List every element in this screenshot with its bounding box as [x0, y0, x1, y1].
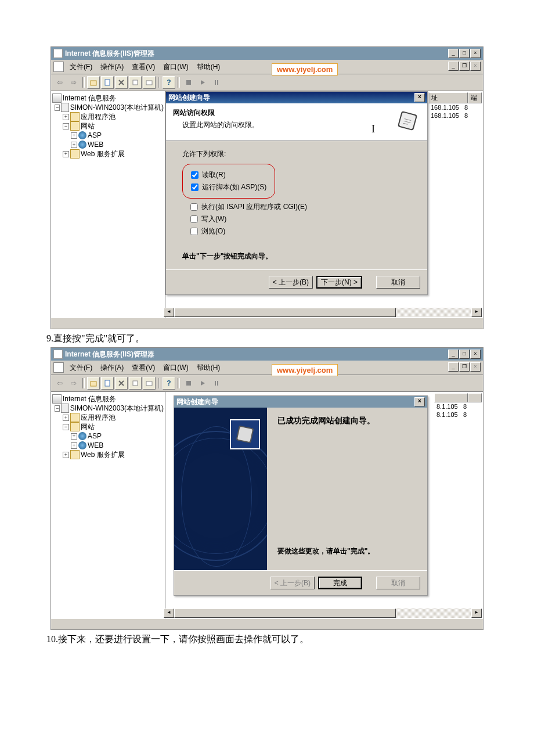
horizontal-scrollbar[interactable]: ◄► — [164, 308, 482, 317]
tree-ext[interactable]: +Web 服务扩展 — [52, 450, 164, 459]
tree-root[interactable]: Internet 信息服务 — [52, 394, 164, 404]
screenshot-2: Internet 信息服务(IIS)管理器 _ □ × 文件(F) 操作(A) … — [50, 347, 484, 630]
export-button[interactable] — [143, 76, 156, 89]
wizard-close-button[interactable]: × — [414, 397, 425, 406]
mdi-restore-button[interactable]: ❐ — [459, 62, 470, 71]
up-button[interactable] — [87, 76, 100, 89]
svg-rect-17 — [237, 427, 252, 442]
pause-button[interactable] — [210, 377, 223, 390]
checkbox-write[interactable]: 写入(W) — [190, 214, 411, 224]
checkbox-browse[interactable]: 浏览(O) — [190, 226, 411, 236]
svg-rect-13 — [186, 381, 191, 386]
close-button[interactable]: × — [470, 350, 481, 359]
col-port[interactable] — [468, 393, 482, 402]
svg-rect-2 — [133, 80, 138, 85]
tree-server[interactable]: −SIMON-WIN2003(本地计算机) — [52, 404, 164, 413]
ip-value: 168.1.105 — [431, 112, 459, 119]
tree-web[interactable]: +WEB — [52, 140, 164, 149]
tree-ext[interactable]: +Web 服务扩展 — [52, 149, 164, 159]
menu-view[interactable]: 查看(V) — [128, 362, 158, 374]
tree-panel: Internet 信息服务 −SIMON-WIN2003(本地计算机) +应用程… — [51, 392, 165, 618]
forward-button[interactable]: ⇨ — [67, 76, 80, 89]
wizard-dialog: 网站创建向导 × 网站访问权限 设置此网站的访问权限。 I 允许下列权限: 读取… — [165, 91, 428, 295]
window-title: Internet 信息服务(IIS)管理器 — [65, 49, 448, 59]
help-button[interactable]: ? — [163, 76, 175, 89]
help-button[interactable]: ? — [163, 377, 175, 390]
svg-rect-1 — [105, 80, 110, 85]
tree-web[interactable]: +WEB — [52, 441, 164, 450]
window-titlebar: Internet 信息服务(IIS)管理器 _ □ × — [51, 47, 483, 60]
export-button[interactable] — [143, 377, 156, 390]
menu-window[interactable]: 窗口(W) — [160, 61, 192, 73]
tree-root[interactable]: Internet 信息服务 — [52, 93, 164, 103]
window-title: Internet 信息服务(IIS)管理器 — [65, 350, 448, 359]
perm-label: 允许下列权限: — [182, 149, 411, 159]
back-button[interactable]: < 上一步(B) — [269, 276, 313, 289]
horizontal-scrollbar[interactable]: ◄► — [164, 609, 482, 618]
svg-rect-12 — [146, 381, 152, 386]
menu-file[interactable]: 文件(F) — [66, 362, 96, 374]
checkbox-script[interactable]: 运行脚本(如 ASP)(S) — [191, 182, 266, 192]
delete-button[interactable] — [115, 76, 128, 89]
ip-value: 8.1.105 — [436, 411, 458, 418]
delete-button[interactable] — [115, 377, 128, 390]
tree-asp[interactable]: +ASP — [52, 431, 164, 441]
minimize-button[interactable]: _ — [448, 350, 459, 359]
col-addr[interactable]: 址 — [428, 92, 468, 103]
mdi-close-button[interactable]: × — [470, 362, 481, 372]
tree-sites[interactable]: −网站 — [52, 121, 164, 131]
menu-help[interactable]: 帮助(H) — [193, 362, 224, 374]
tree-server[interactable]: −SIMON-WIN2003(本地计算机) — [52, 103, 164, 112]
pause-button[interactable] — [210, 76, 223, 89]
mdi-close-button[interactable]: × — [470, 62, 481, 71]
ip-value: 8.1.105 — [436, 403, 458, 410]
refresh-button[interactable] — [129, 377, 142, 390]
stop-button[interactable] — [182, 377, 195, 390]
tree-sites[interactable]: −网站 — [52, 422, 164, 431]
mdi-restore-button[interactable]: ❐ — [459, 362, 470, 372]
forward-button[interactable]: ⇨ — [67, 377, 80, 390]
back-button[interactable]: ⇦ — [53, 76, 66, 89]
cancel-button[interactable]: 取消 — [376, 276, 420, 289]
maximize-button[interactable]: □ — [459, 49, 470, 58]
screenshot-1: Internet 信息服务(IIS)管理器 _ □ × 文件(F) 操作(A) … — [50, 46, 484, 329]
svg-rect-3 — [146, 81, 152, 85]
properties-button[interactable] — [101, 377, 114, 390]
svg-rect-0 — [91, 81, 96, 85]
start-button[interactable] — [196, 377, 209, 390]
start-button[interactable] — [196, 76, 209, 89]
svg-rect-15 — [217, 381, 218, 386]
tree-apppool[interactable]: +应用程序池 — [52, 413, 164, 422]
wizard-close-button[interactable]: × — [414, 93, 425, 102]
stop-button[interactable] — [182, 76, 195, 89]
back-button[interactable]: ⇦ — [53, 377, 66, 390]
maximize-button[interactable]: □ — [459, 350, 470, 359]
menu-window[interactable]: 窗口(W) — [160, 362, 192, 374]
menu-file[interactable]: 文件(F) — [66, 61, 96, 73]
checkbox-exec[interactable]: 执行(如 ISAPI 应用程序或 CGI)(E) — [190, 202, 411, 212]
minimize-button[interactable]: _ — [448, 49, 459, 58]
menu-help[interactable]: 帮助(H) — [193, 61, 224, 73]
checkbox-read[interactable]: 读取(R) — [191, 170, 266, 180]
window-titlebar: Internet 信息服务(IIS)管理器 _ □ × — [51, 348, 483, 361]
menu-action[interactable]: 操作(A) — [97, 61, 127, 73]
col-port[interactable]: 端 — [468, 92, 482, 103]
col-addr[interactable] — [434, 393, 468, 402]
menu-action[interactable]: 操作(A) — [97, 362, 127, 374]
up-button[interactable] — [87, 377, 100, 390]
svg-rect-5 — [215, 80, 216, 85]
finish-button[interactable]: 完成 — [318, 577, 362, 589]
text-cursor-icon: I — [371, 123, 375, 135]
mdi-minimize-button[interactable]: _ — [448, 62, 459, 71]
menubar: 文件(F) 操作(A) 查看(V) 窗口(W) 帮助(H) — [51, 60, 483, 74]
next-button[interactable]: 下一步(N) > — [316, 276, 362, 289]
wizard-dialog: 网站创建向导 × 已成功完成网站创建向导。 要做这些更改，请单击"完成"。 < … — [174, 395, 428, 596]
mdi-minimize-button[interactable]: _ — [448, 362, 459, 372]
refresh-button[interactable] — [129, 76, 142, 89]
menu-view[interactable]: 查看(V) — [128, 61, 158, 73]
close-button[interactable]: × — [470, 49, 481, 58]
tree-asp[interactable]: +ASP — [52, 131, 164, 140]
properties-button[interactable] — [101, 76, 114, 89]
statusbar — [51, 618, 483, 629]
tree-apppool[interactable]: +应用程序池 — [52, 112, 164, 121]
